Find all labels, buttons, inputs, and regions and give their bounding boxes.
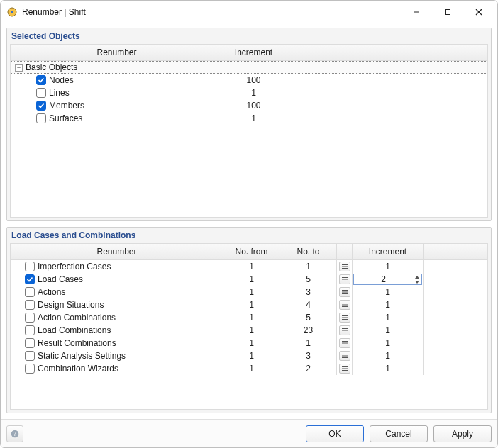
increment-resultcomb[interactable]: 1 xyxy=(353,337,424,349)
lc-row-design[interactable]: Design Situations141 xyxy=(11,298,487,311)
tree-parent-label: Basic Objects xyxy=(26,62,77,72)
checkbox-lines[interactable] xyxy=(36,88,46,98)
checkbox-wizards[interactable] xyxy=(25,364,35,374)
increment-actioncomb[interactable]: 1 xyxy=(353,311,424,324)
label-wizards: Combination Wizards xyxy=(38,364,118,374)
tree-row-surfaces[interactable]: Surfaces 1 xyxy=(11,112,487,125)
checkbox-design[interactable] xyxy=(25,300,35,310)
lc-row-loadcases[interactable]: Load Cases152 xyxy=(11,273,487,286)
from-wizards[interactable]: 1 xyxy=(223,362,280,375)
checkbox-actions[interactable] xyxy=(25,287,35,297)
lc-row-actioncomb[interactable]: Action Combinations151 xyxy=(11,311,487,324)
increment-actions[interactable]: 1 xyxy=(353,286,424,298)
increment-wizards[interactable]: 1 xyxy=(353,362,424,375)
selected-objects-title: Selected Objects xyxy=(7,28,491,44)
lc-row-imperfection[interactable]: Imperfection Cases111 xyxy=(11,260,487,273)
to-actioncomb[interactable]: 5 xyxy=(280,311,337,324)
app-icon xyxy=(6,6,18,18)
checkbox-resultcomb[interactable] xyxy=(25,338,35,348)
col2-from: No. from xyxy=(223,244,280,259)
increment-loadcomb[interactable]: 1 xyxy=(353,324,424,337)
increment-lines[interactable]: 1 xyxy=(223,86,284,99)
selected-objects-body: − Basic Objects Nodes 100 xyxy=(11,61,487,217)
increment-nodes[interactable]: 100 xyxy=(223,74,284,86)
checkbox-loadcases[interactable] xyxy=(25,274,35,284)
cancel-button[interactable]: Cancel xyxy=(370,425,428,442)
picker-button-loadcomb[interactable] xyxy=(339,325,350,335)
from-loadcomb[interactable]: 1 xyxy=(223,324,280,337)
load-cases-body: Imperfection Cases111Load Cases152Action… xyxy=(11,260,487,409)
col2-picker xyxy=(337,244,353,259)
label-actions: Actions xyxy=(38,287,65,297)
spin-down-icon[interactable] xyxy=(413,279,421,284)
picker-button-loadcases[interactable] xyxy=(339,274,350,284)
to-actions[interactable]: 3 xyxy=(280,286,337,298)
bottom-bar: ? OK Cancel Apply xyxy=(1,419,497,447)
tree-row-lines[interactable]: Lines 1 xyxy=(11,86,487,99)
from-design[interactable]: 1 xyxy=(223,298,280,311)
label-members: Members xyxy=(49,101,84,111)
picker-button-actioncomb[interactable] xyxy=(339,313,350,323)
maximize-button[interactable] xyxy=(432,2,463,22)
to-wizards[interactable]: 2 xyxy=(280,362,337,375)
to-resultcomb[interactable]: 1 xyxy=(280,337,337,349)
checkbox-nodes[interactable] xyxy=(36,75,46,85)
from-loadcases[interactable]: 1 xyxy=(223,273,280,286)
from-resultcomb[interactable]: 1 xyxy=(223,337,280,349)
to-design[interactable]: 4 xyxy=(280,298,337,311)
picker-button-actions[interactable] xyxy=(339,287,350,297)
checkbox-loadcomb[interactable] xyxy=(25,325,35,335)
checkbox-members[interactable] xyxy=(36,101,46,111)
checkbox-surfaces[interactable] xyxy=(36,113,46,123)
window-title: Renumber | Shift xyxy=(22,7,401,17)
increment-static[interactable]: 1 xyxy=(353,349,424,362)
from-imperfection[interactable]: 1 xyxy=(223,260,280,273)
apply-button[interactable]: Apply xyxy=(433,425,492,442)
load-cases-panel: Load Cases and Combinations Renumber No.… xyxy=(6,227,492,413)
label-actioncomb: Action Combinations xyxy=(38,313,116,323)
col-spacer xyxy=(284,45,487,60)
picker-button-imperfection[interactable] xyxy=(339,262,350,271)
lc-row-resultcomb[interactable]: Result Combinations111 xyxy=(11,337,487,349)
to-static[interactable]: 3 xyxy=(280,349,337,362)
to-imperfection[interactable]: 1 xyxy=(280,260,337,273)
lc-row-static[interactable]: Static Analysis Settings131 xyxy=(11,349,487,362)
load-cases-title: Load Cases and Combinations xyxy=(7,228,491,243)
picker-button-resultcomb[interactable] xyxy=(339,338,350,348)
client-area: Selected Objects Renumber Increment − Ba… xyxy=(1,23,497,419)
spin-up-icon[interactable] xyxy=(413,274,421,279)
lc-row-loadcomb[interactable]: Load Combinations1231 xyxy=(11,324,487,337)
label-resultcomb: Result Combinations xyxy=(38,338,116,348)
increment-surfaces[interactable]: 1 xyxy=(223,112,284,125)
tree-row-members[interactable]: Members 100 xyxy=(11,99,487,112)
picker-button-design[interactable] xyxy=(339,300,350,310)
dialog-window: Renumber | Shift Selected Objects Renumb… xyxy=(0,0,498,448)
from-actioncomb[interactable]: 1 xyxy=(223,311,280,324)
lc-row-actions[interactable]: Actions131 xyxy=(11,286,487,298)
ok-button[interactable]: OK xyxy=(306,425,364,442)
to-loadcomb[interactable]: 23 xyxy=(280,324,337,337)
from-actions[interactable]: 1 xyxy=(223,286,280,298)
help-button[interactable]: ? xyxy=(6,425,23,442)
close-button[interactable] xyxy=(463,2,494,22)
increment-imperfection[interactable]: 1 xyxy=(353,260,424,273)
checkbox-actioncomb[interactable] xyxy=(25,313,35,323)
tree-parent-basic-objects[interactable]: − Basic Objects xyxy=(11,61,487,74)
selected-objects-panel: Selected Objects Renumber Increment − Ba… xyxy=(6,28,492,221)
svg-marker-12 xyxy=(415,276,419,279)
tree-row-nodes[interactable]: Nodes 100 xyxy=(11,74,487,86)
lc-row-wizards[interactable]: Combination Wizards121 xyxy=(11,362,487,375)
minimize-button[interactable] xyxy=(401,2,432,22)
increment-input-loadcases[interactable]: 2 xyxy=(353,274,422,285)
increment-members[interactable]: 100 xyxy=(223,99,284,112)
checkbox-imperfection[interactable] xyxy=(25,262,35,271)
from-static[interactable]: 1 xyxy=(223,349,280,362)
svg-marker-13 xyxy=(415,281,419,284)
to-loadcases[interactable]: 5 xyxy=(280,273,337,286)
picker-button-wizards[interactable] xyxy=(339,364,350,374)
svg-rect-1 xyxy=(11,11,13,13)
picker-button-static[interactable] xyxy=(339,351,350,361)
increment-design[interactable]: 1 xyxy=(353,298,424,311)
collapse-icon[interactable]: − xyxy=(15,64,23,72)
checkbox-static[interactable] xyxy=(25,351,35,361)
